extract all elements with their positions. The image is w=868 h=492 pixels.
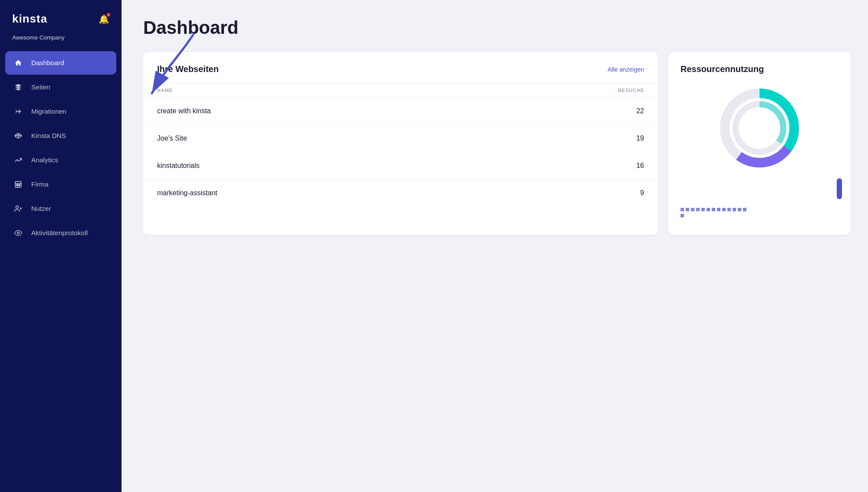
notification-dot	[107, 13, 110, 16]
layers-icon	[12, 81, 24, 93]
sidebar-item-seiten[interactable]: Seiten	[5, 75, 116, 99]
sidebar-item-nutzer-label: Nutzer	[31, 205, 51, 213]
logo: kinsta	[12, 12, 47, 26]
sidebar-item-aktivitaet-label: Aktivitätenprotokoll	[31, 229, 88, 237]
home-icon	[12, 57, 24, 69]
svg-rect-26	[738, 208, 741, 211]
svg-rect-23	[722, 208, 726, 211]
col-name-header: NAME	[157, 88, 618, 93]
migration-icon	[12, 105, 24, 118]
svg-point-9	[17, 232, 20, 234]
svg-rect-20	[707, 208, 710, 211]
resource-title: Ressourcennutzung	[681, 64, 838, 74]
sidebar-item-dashboard-label: Dashboard	[31, 59, 64, 67]
svg-rect-27	[743, 208, 746, 211]
websites-card: Ihre Webseiten Alle anzeigen NAME BESUCH…	[143, 52, 658, 235]
sidebar-item-firma-label: Firma	[31, 180, 49, 188]
donut-chart	[681, 85, 838, 171]
sidebar-item-aktivitaet[interactable]: Aktivitätenprotokoll	[5, 221, 116, 245]
page-title: Dashboard	[143, 17, 851, 38]
site-name: kinstatutorials	[157, 162, 636, 170]
svg-rect-16	[686, 208, 689, 211]
svg-rect-21	[712, 208, 715, 211]
websites-title: Ihre Webseiten	[157, 64, 219, 74]
table-row[interactable]: create with kinsta 22	[143, 98, 658, 125]
page-wrapper: Dashboard Ihre Webseiten Alle anzeigen N…	[122, 0, 868, 492]
table-header: NAME BESUCHE	[143, 83, 658, 98]
svg-rect-18	[696, 208, 700, 211]
sidebar-nav: Dashboard Seiten Migrationen	[0, 51, 122, 245]
svg-rect-4	[18, 185, 19, 186]
site-name: Joe's Site	[157, 134, 636, 142]
sidebar-header: kinsta 🔔	[0, 0, 122, 34]
sidebar-item-seiten-label: Seiten	[31, 83, 50, 91]
company-name: Awesome Company	[0, 34, 122, 51]
svg-point-6	[16, 206, 18, 208]
sidebar-item-firma[interactable]: Firma	[5, 173, 116, 196]
svg-rect-24	[727, 208, 731, 211]
alle-anzeigen-link[interactable]: Alle anzeigen	[608, 66, 644, 73]
table-row[interactable]: Joe's Site 19	[143, 125, 658, 152]
table-row[interactable]: marketing-assistant 9	[143, 180, 658, 207]
site-visits: 16	[636, 162, 644, 170]
svg-rect-3	[16, 185, 17, 186]
site-name: create with kinsta	[157, 107, 636, 115]
notification-bell[interactable]: 🔔	[99, 14, 109, 24]
websites-header: Ihre Webseiten Alle anzeigen	[143, 52, 658, 83]
col-visits-header: BESUCHE	[618, 88, 644, 93]
resource-card: Ressourcennutzung	[668, 52, 851, 235]
content-grid: Ihre Webseiten Alle anzeigen NAME BESUCH…	[143, 52, 851, 235]
dns-icon	[12, 130, 24, 142]
svg-rect-22	[717, 208, 720, 211]
eye-icon	[12, 227, 24, 239]
sidebar-item-migrationen[interactable]: Migrationen	[5, 100, 116, 123]
site-name: marketing-assistant	[157, 189, 640, 197]
svg-rect-17	[691, 208, 694, 211]
site-visits: 9	[640, 189, 644, 197]
svg-rect-25	[733, 208, 736, 211]
site-visits: 19	[636, 134, 644, 142]
sidebar-item-migrationen-label: Migrationen	[31, 108, 66, 115]
sidebar-item-analytics-label: Analytics	[31, 156, 58, 164]
svg-rect-28	[681, 214, 684, 217]
sidebar-item-nutzer[interactable]: Nutzer	[5, 197, 116, 220]
sidebar-item-kinsta-dns[interactable]: Kinsta DNS	[5, 124, 116, 148]
blue-pill-indicator	[837, 178, 842, 199]
sidebar-item-dashboard[interactable]: Dashboard	[5, 51, 116, 75]
site-visits: 22	[636, 107, 644, 115]
analytics-icon	[12, 154, 24, 166]
sidebar: kinsta 🔔 Awesome Company Dashboard Seite…	[0, 0, 122, 492]
sidebar-item-analytics[interactable]: Analytics	[5, 148, 116, 172]
sidebar-item-kinsta-dns-label: Kinsta DNS	[31, 132, 66, 140]
svg-rect-19	[701, 208, 705, 211]
main-content: Dashboard Ihre Webseiten Alle anzeigen N…	[122, 0, 868, 252]
grid-dots-pattern	[681, 208, 838, 223]
user-plus-icon	[12, 203, 24, 215]
donut-chart-svg	[716, 85, 803, 171]
building-icon	[12, 178, 24, 190]
svg-rect-5	[20, 185, 20, 186]
table-row[interactable]: kinstatutorials 16	[143, 152, 658, 180]
svg-rect-15	[681, 208, 684, 211]
